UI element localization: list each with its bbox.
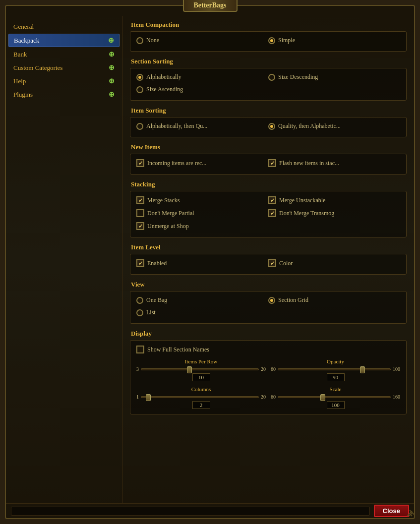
- items-per-row-track[interactable]: [141, 368, 259, 370]
- check-color[interactable]: Color: [268, 259, 400, 267]
- plugins-plus-icon: ⊕: [109, 90, 115, 99]
- radio-alpha-q-btn[interactable]: [136, 123, 143, 130]
- section-item-level: Item Level Enabled Color: [130, 243, 407, 275]
- new-items-title: New Items: [130, 143, 407, 151]
- radio-section-grid[interactable]: Section Grid: [268, 296, 400, 304]
- display-title: Display: [130, 330, 407, 338]
- radio-alphabetically[interactable]: Alphabetically: [136, 73, 268, 81]
- check-incoming[interactable]: Incoming items are rec...: [136, 159, 268, 167]
- section-item-sorting: Item Sorting Alphabetically, then Qu... …: [130, 107, 407, 137]
- radio-list[interactable]: List: [136, 309, 268, 316]
- stacking-title: Stacking: [130, 180, 407, 188]
- check-merge-unstackable-btn[interactable]: [268, 196, 276, 204]
- check-incoming-btn[interactable]: [136, 159, 144, 167]
- scale-track[interactable]: [278, 396, 391, 398]
- radio-none-btn[interactable]: [136, 37, 143, 44]
- sidebar-item-custom-categories[interactable]: Custom Categories ⊕: [8, 61, 120, 74]
- status-bar: [11, 507, 370, 516]
- section-section-sorting: Section Sorting Alphabetically Size Desc…: [130, 58, 407, 101]
- radio-simple-btn[interactable]: [268, 37, 275, 44]
- sidebar-item-help[interactable]: Help ⊕: [8, 75, 120, 87]
- sidebar-item-bank[interactable]: Bank ⊕: [8, 48, 120, 60]
- radio-section-grid-btn[interactable]: [268, 297, 275, 304]
- radio-size-desc-btn[interactable]: [268, 74, 275, 81]
- backpack-plus-icon: ⊕: [108, 36, 114, 45]
- radio-one-bag[interactable]: One Bag: [136, 296, 268, 304]
- check-merge-stacks-btn[interactable]: [136, 196, 144, 204]
- sidebar-item-backpack[interactable]: Backpack ⊕: [8, 34, 120, 47]
- items-per-row-thumb[interactable]: [187, 366, 192, 373]
- check-color-btn[interactable]: [268, 259, 276, 267]
- slider-columns: Columns 1 20 2: [136, 386, 266, 409]
- section-new-items: New Items Incoming items are rec... Flas…: [130, 143, 407, 175]
- scale-thumb[interactable]: [320, 394, 325, 401]
- sidebar-item-plugins[interactable]: Plugins ⊕: [8, 88, 120, 101]
- item-level-title: Item Level: [130, 243, 407, 251]
- section-view: View One Bag Section Grid Li: [130, 281, 407, 324]
- check-unmerge-shop[interactable]: Unmerge at Shop: [136, 222, 268, 230]
- radio-size-asc-btn[interactable]: [136, 86, 143, 93]
- radio-none[interactable]: None: [136, 37, 268, 44]
- sidebar: General Backpack ⊕ Bank ⊕ Custom Categor…: [6, 16, 122, 503]
- check-show-full-section[interactable]: Show Full Section Names: [136, 346, 268, 353]
- bank-plus-icon: ⊕: [109, 50, 115, 58]
- check-merge-stacks[interactable]: Merge Stacks: [136, 196, 268, 204]
- check-dont-merge-transmog[interactable]: Don't Merge Transmog: [268, 209, 400, 217]
- item-sorting-title: Item Sorting: [130, 107, 407, 115]
- sidebar-item-general[interactable]: General: [8, 21, 120, 33]
- main-window: BetterBags General Backpack ⊕ Bank ⊕ Cus…: [5, 5, 415, 519]
- check-merge-unstackable[interactable]: Merge Unstackable: [268, 196, 400, 204]
- opacity-track[interactable]: [278, 368, 391, 370]
- check-unmerge-shop-btn[interactable]: [136, 222, 144, 230]
- radio-one-bag-btn[interactable]: [136, 297, 143, 304]
- columns-thumb[interactable]: [146, 394, 151, 401]
- radio-size-descending[interactable]: Size Descending: [268, 73, 400, 81]
- section-stacking: Stacking Merge Stacks Merge Unstackable: [130, 180, 407, 237]
- radio-q-alpha-btn[interactable]: [268, 123, 275, 130]
- section-item-compaction: Item Compaction None Simple: [130, 21, 407, 52]
- radio-quality-alpha[interactable]: Quality, then Alphabetic...: [268, 122, 400, 130]
- svg-line-2: [411, 515, 412, 516]
- close-button[interactable]: Close: [374, 505, 409, 517]
- slider-opacity: Opacity 60 100 90: [271, 358, 400, 381]
- main-panel: Item Compaction None Simple: [122, 16, 414, 503]
- radio-list-btn[interactable]: [136, 309, 143, 316]
- opacity-thumb[interactable]: [360, 366, 365, 373]
- check-show-full-btn[interactable]: [136, 346, 144, 353]
- view-title: View: [130, 281, 407, 289]
- check-dont-merge-partial[interactable]: Don't Merge Partial: [136, 209, 268, 217]
- title-bar: BetterBags: [182, 0, 237, 12]
- section-sorting-title: Section Sorting: [130, 58, 407, 65]
- slider-scale: Scale 60 160 100: [271, 386, 400, 409]
- section-display: Display Show Full Section Names Items Pe…: [130, 330, 407, 414]
- item-compaction-title: Item Compaction: [130, 21, 407, 29]
- slider-items-per-row: Items Per Row 3 20 10: [136, 358, 266, 381]
- check-dont-merge-partial-btn[interactable]: [136, 209, 144, 217]
- window-title: BetterBags: [193, 1, 226, 9]
- check-enabled[interactable]: Enabled: [136, 259, 268, 267]
- columns-track[interactable]: [141, 396, 259, 398]
- check-flash[interactable]: Flash new items in stac...: [268, 159, 400, 167]
- radio-alpha-quality[interactable]: Alphabetically, then Qu...: [136, 122, 268, 130]
- check-flash-btn[interactable]: [268, 159, 276, 167]
- check-enabled-btn[interactable]: [136, 259, 144, 267]
- resize-handle[interactable]: [405, 509, 413, 517]
- bottom-bar: Close: [6, 503, 414, 518]
- radio-size-ascending[interactable]: Size Ascending: [136, 86, 268, 93]
- radio-simple[interactable]: Simple: [268, 37, 400, 44]
- check-dont-merge-transmog-btn[interactable]: [268, 209, 276, 217]
- custom-plus-icon: ⊕: [109, 63, 115, 72]
- radio-alpha-btn[interactable]: [136, 74, 143, 81]
- help-plus-icon: ⊕: [109, 77, 115, 85]
